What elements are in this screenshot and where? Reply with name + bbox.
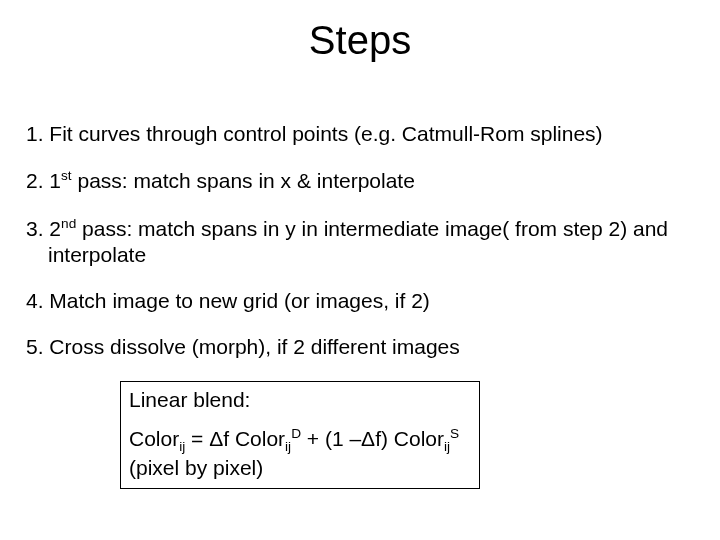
f-color-1: Color	[129, 427, 179, 450]
step-2: 2. 1st pass: match spans in x & interpol…	[26, 167, 708, 194]
step-1-num: 1.	[26, 122, 44, 145]
f-color-3: Color	[394, 427, 444, 450]
step-3-sup: nd	[61, 216, 76, 231]
f-eq: = Δf	[185, 427, 235, 450]
f-d: D	[291, 426, 301, 441]
linear-blend-formula: Colorij = Δf ColorijD + (1 –Δf) ColorijS…	[129, 426, 471, 481]
step-5-text: Cross dissolve (morph), if 2 different i…	[49, 335, 459, 358]
step-2-prefix: 1	[49, 169, 61, 192]
f-s: S	[450, 426, 459, 441]
step-1-text: Fit curves through control points (e.g. …	[49, 122, 602, 145]
step-4-num: 4.	[26, 289, 44, 312]
f-plus: + (1 –Δf)	[301, 427, 394, 450]
step-3-prefix: 2	[49, 217, 61, 240]
step-4: 4. Match image to new grid (or images, i…	[26, 288, 708, 314]
step-5-num: 5.	[26, 335, 44, 358]
f-color-2: Color	[235, 427, 285, 450]
step-2-num: 2.	[26, 169, 44, 192]
step-2-sup: st	[61, 168, 72, 183]
step-1: 1. Fit curves through control points (e.…	[26, 121, 708, 147]
steps-list: 1. Fit curves through control points (e.…	[0, 121, 720, 361]
linear-blend-box: Linear blend: Colorij = Δf ColorijD + (1…	[120, 381, 480, 490]
step-2-rest: pass: match spans in x & interpolate	[72, 169, 415, 192]
step-3: 3. 2nd pass: match spans in y in interme…	[26, 215, 708, 269]
step-5: 5. Cross dissolve (morph), if 2 differen…	[26, 334, 708, 360]
linear-blend-title: Linear blend:	[129, 388, 471, 412]
step-3-num: 3.	[26, 217, 44, 240]
step-4-text: Match image to new grid (or images, if 2…	[49, 289, 429, 312]
slide-title: Steps	[0, 18, 720, 63]
f-tail: (pixel by pixel)	[129, 456, 263, 479]
step-3-rest: pass: match spans in y in intermediate i…	[48, 217, 668, 266]
